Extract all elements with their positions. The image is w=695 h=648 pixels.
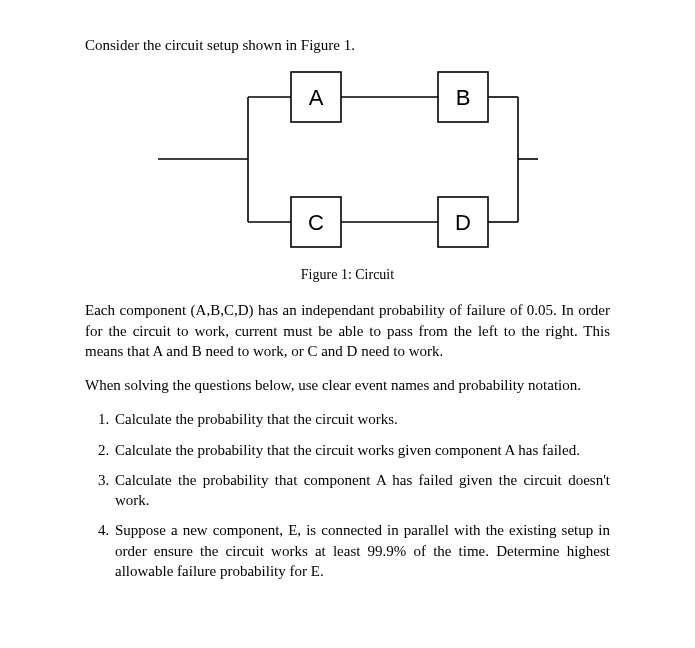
question-2: Calculate the probability that the circu… [113, 440, 610, 460]
paragraph-1: Each component (A,B,C,D) has an independ… [85, 300, 610, 361]
box-b-label: B [455, 85, 470, 110]
question-list: Calculate the probability that the circu… [85, 409, 610, 581]
question-3: Calculate the probability that component… [113, 470, 610, 511]
box-d-label: D [455, 210, 471, 235]
circuit-figure: A B C D [158, 67, 538, 252]
figure-container: A B C D [85, 67, 610, 257]
question-4: Suppose a new component, E, is connected… [113, 520, 610, 581]
page-content: Consider the circuit setup shown in Figu… [0, 0, 695, 611]
box-a-label: A [308, 85, 323, 110]
intro-text: Consider the circuit setup shown in Figu… [85, 35, 610, 55]
question-1: Calculate the probability that the circu… [113, 409, 610, 429]
paragraph-2: When solving the questions below, use cl… [85, 375, 610, 395]
figure-caption: Figure 1: Circuit [85, 266, 610, 285]
box-c-label: C [308, 210, 324, 235]
